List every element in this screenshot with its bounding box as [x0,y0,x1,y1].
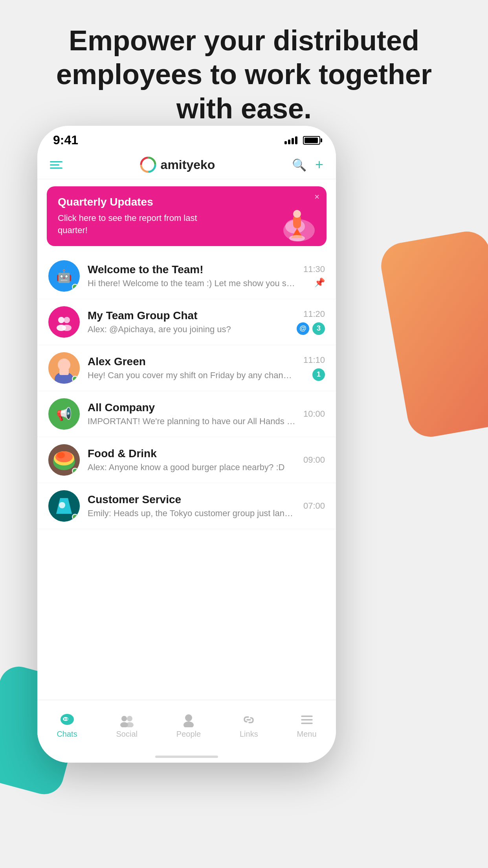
signal-icon [284,136,297,144]
chat-item[interactable]: My Team Group Chat Alex: @Apichaya, are … [37,299,336,345]
chat-time: 11:10 [303,355,325,365]
nav-item-chats[interactable]: Chats [57,712,77,739]
add-button[interactable]: + [315,156,323,173]
nav-label-menu: Menu [297,730,317,739]
svg-point-11 [58,317,64,323]
chat-item[interactable]: Food & Drink Alex: Anyone know a good bu… [37,437,336,483]
header-actions: 🔍 + [292,156,323,173]
nav-label-social: Social [116,730,138,739]
status-time: 9:41 [53,133,78,147]
avatar [48,306,80,338]
avatar [48,490,80,522]
people-nav-icon [181,712,196,727]
unread-badge: 1 [312,368,325,381]
badge-row: @ 3 [297,322,325,335]
chat-time: 09:00 [303,455,325,465]
svg-point-9 [289,235,305,241]
chat-meta: 11:10 1 [303,355,325,381]
status-bar: 9:41 [37,126,336,151]
svg-point-32 [121,716,127,721]
svg-point-12 [64,317,70,323]
app-logo: amityeko [139,156,215,173]
menu-nav-icon [299,712,314,727]
nav-label-links: Links [240,730,258,739]
chat-preview: IMPORTANT! We're planning to have our Al… [88,416,295,427]
headline: Empower your distributed employees to wo… [0,24,488,125]
nav-item-people[interactable]: People [176,712,201,739]
nav-item-social[interactable]: Social [116,712,138,739]
home-indicator [155,756,218,758]
chat-item[interactable]: 🤖 Welcome to the Team! Hi there! Welcome… [37,253,336,299]
nav-label-people: People [176,730,201,739]
chat-meta: 10:00 [303,409,325,419]
quarterly-banner[interactable]: Quarterly Updates Click here to see the … [47,186,327,246]
chat-name: Welcome to the Team! [88,263,295,276]
phone-content: 9:41 [37,126,336,763]
chat-preview: Alex: @Apichaya, are you joining us? [88,324,289,335]
bg-decoration-orange [378,228,488,440]
links-nav-icon [241,712,256,727]
phone-frame: 9:41 [37,126,336,763]
chat-item[interactable]: Customer Service Emily: Heads up, the To… [37,483,336,529]
chat-name: My Team Group Chat [88,309,289,322]
pin-icon: 📌 [314,278,325,288]
chat-content: My Team Group Chat Alex: @Apichaya, are … [88,309,289,335]
avatar: 📢 [48,398,80,430]
chat-time: 10:00 [303,409,325,419]
chat-name: Alex Green [88,355,295,368]
avatar: 🤖 [48,260,80,292]
chat-content: Food & Drink Alex: Anyone know a good bu… [88,447,295,473]
svg-point-35 [126,722,134,727]
app-header: amityeko 🔍 + [37,151,336,179]
chat-time: 11:30 [303,264,325,274]
chat-meta: 11:20 @ 3 [297,309,325,335]
chat-content: All Company IMPORTANT! We're planning to… [88,401,295,427]
status-icons [284,136,320,145]
chat-list: 🤖 Welcome to the Team! Hi there! Welcome… [37,253,336,763]
svg-point-7 [293,210,301,218]
chat-meta: 09:00 [303,455,325,465]
chat-meta: 11:30 📌 [303,264,325,288]
svg-point-36 [185,714,192,721]
battery-icon [303,136,320,145]
chat-content: Welcome to the Team! Hi there! Welcome t… [88,263,295,289]
bottom-nav: Chats Social People [37,700,336,763]
svg-point-14 [62,325,72,331]
svg-point-26 [59,502,65,508]
chat-item[interactable]: Alex Green Hey! Can you cover my shift o… [37,345,336,391]
filter-button[interactable] [50,161,62,169]
chat-name: Food & Drink [88,447,295,460]
chat-name: Customer Service [88,493,295,506]
banner-illustration [260,199,323,246]
svg-point-30 [66,718,68,720]
social-nav-icon [119,712,134,727]
logo-ring-icon [139,156,157,173]
svg-rect-18 [59,369,69,375]
chat-name: All Company [88,401,295,414]
chat-preview: Hi there! Welcome to the team :) Let me … [88,278,295,289]
logo-text: amityeko [161,158,215,172]
banner-subtitle: Click here to see the report from last q… [58,212,225,237]
search-button[interactable]: 🔍 [292,158,306,172]
svg-point-29 [64,718,66,720]
chat-preview: Alex: Anyone know a good burger place ne… [88,462,295,473]
avatar [48,444,80,476]
chat-content: Alex Green Hey! Can you cover my shift o… [88,355,295,381]
group-avatar-icon [54,312,74,332]
chat-time: 11:20 [303,309,325,319]
online-indicator [72,468,78,474]
chat-preview: Hey! Can you cover my shift on Friday by… [88,370,295,381]
svg-point-37 [183,721,194,727]
chat-time: 07:00 [303,501,325,511]
avatar [48,352,80,384]
svg-point-23 [57,452,65,458]
chat-item[interactable]: 📢 All Company IMPORTANT! We're planning … [37,391,336,437]
nav-item-links[interactable]: Links [240,712,258,739]
online-indicator [72,514,78,520]
mention-badge: @ [297,322,309,335]
nav-item-menu[interactable]: Menu [297,712,317,739]
chat-meta: 07:00 [303,501,325,511]
online-indicator [72,376,78,382]
chat-content: Customer Service Emily: Heads up, the To… [88,493,295,519]
chat-preview: Emily: Heads up, the Tokyo customer grou… [88,508,295,519]
